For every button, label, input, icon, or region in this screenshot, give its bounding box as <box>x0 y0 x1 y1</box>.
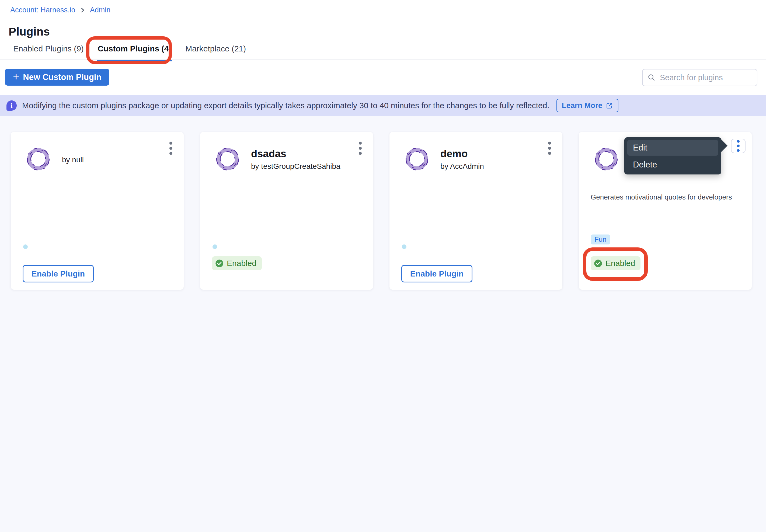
check-circle-icon <box>215 259 223 268</box>
plugin-author: by testGroupCreateSahiba <box>251 162 340 171</box>
tag-dot <box>402 244 407 249</box>
breadcrumb-admin-link[interactable]: Admin <box>90 6 111 14</box>
breadcrumb: Account: Harness.io Admin <box>10 6 110 14</box>
plugin-description: Generates motivational quotes for develo… <box>591 193 746 201</box>
context-menu-arrow <box>721 139 728 152</box>
plugin-card: demo by AccAdmin Enable Plugin <box>390 132 562 290</box>
tab-enabled-plugins[interactable]: Enabled Plugins (9) <box>13 43 84 61</box>
tab-custom-plugins[interactable]: Custom Plugins (4) <box>97 43 172 61</box>
fun-tag: Fun <box>591 235 610 244</box>
page-title: Plugins <box>9 25 50 38</box>
enable-plugin-button[interactable]: Enable Plugin <box>23 265 94 282</box>
plugin-title: dsadas <box>251 148 286 160</box>
kebab-menu-button-active[interactable] <box>731 139 746 153</box>
external-link-icon <box>606 102 613 109</box>
plugin-logo-icon <box>26 147 51 171</box>
plugin-card: dsadas by testGroupCreateSahiba Enabled <box>200 132 373 290</box>
plugin-logo-icon <box>594 147 619 171</box>
tabs-divider <box>0 59 766 59</box>
enabled-status-badge: Enabled <box>212 256 262 270</box>
tab-bar: Enabled Plugins (9) Custom Plugins (4) M… <box>13 43 246 61</box>
learn-more-button[interactable]: Learn More <box>557 99 618 112</box>
context-menu-item-delete[interactable]: Delete <box>633 158 657 172</box>
kebab-menu-icon[interactable] <box>356 141 364 155</box>
plugin-card: by null Enable Plugin <box>11 132 184 290</box>
plugin-author: by AccAdmin <box>441 162 484 171</box>
new-custom-plugin-button[interactable]: + New Custom Plugin <box>5 69 109 86</box>
search-box <box>642 69 757 86</box>
info-icon: i <box>6 100 17 111</box>
plus-icon: + <box>13 71 19 82</box>
banner-text: Modifying the custom plugins package or … <box>22 101 550 110</box>
enable-plugin-button[interactable]: Enable Plugin <box>401 265 473 282</box>
search-input[interactable] <box>659 73 762 82</box>
plugin-author: by null <box>62 156 84 164</box>
search-icon <box>648 73 656 82</box>
plugin-logo-icon <box>215 147 240 171</box>
tag-dot <box>212 244 217 249</box>
tag-dot <box>23 244 28 249</box>
tab-marketplace[interactable]: Marketplace (21) <box>185 43 246 61</box>
check-circle-icon <box>594 259 602 268</box>
info-banner: i Modifying the custom plugins package o… <box>0 95 766 116</box>
plugin-logo-icon <box>405 147 429 171</box>
context-menu-item-edit[interactable]: Edit <box>627 140 718 156</box>
enabled-status-badge: Enabled <box>591 256 641 270</box>
kebab-menu-icon[interactable] <box>546 141 553 155</box>
breadcrumb-account-link[interactable]: Account: Harness.io <box>10 6 75 14</box>
chevron-right-icon <box>80 7 86 13</box>
context-menu: Edit Delete <box>624 137 721 174</box>
plugin-title: demo <box>441 148 468 160</box>
kebab-menu-icon[interactable] <box>167 141 174 155</box>
